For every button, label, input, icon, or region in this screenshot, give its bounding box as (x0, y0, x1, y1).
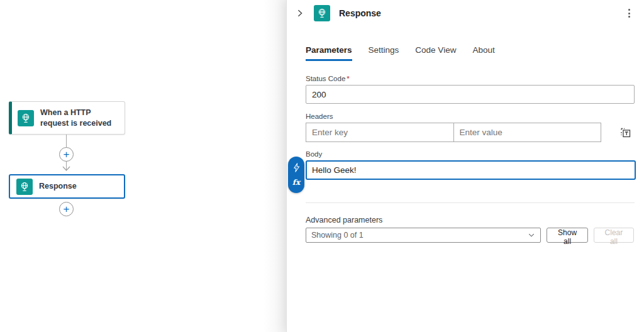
section-divider (306, 202, 635, 203)
advanced-parameters-dropdown[interactable]: Showing 0 of 1 (306, 228, 541, 243)
response-connector-icon (314, 5, 330, 21)
status-code-label-text: Status Code (306, 75, 345, 82)
workflow-canvas[interactable]: When a HTTP request is received + Respon… (0, 0, 287, 332)
body-label: Body (306, 150, 634, 158)
token-picker-pill: fx (288, 157, 304, 193)
action-details-panel: Response Parameters Settings Code View A… (286, 0, 644, 332)
chevron-down-icon (528, 231, 535, 239)
insert-step-button[interactable]: + (59, 147, 74, 162)
status-code-label: Status Code* (306, 75, 634, 82)
headers-text-mode-icon[interactable] (618, 125, 633, 140)
expression-fx-icon[interactable]: fx (290, 176, 303, 189)
body-input[interactable] (306, 160, 636, 180)
headers-label: Headers (306, 113, 634, 120)
status-code-input[interactable] (306, 85, 635, 104)
trigger-card-label: When a HTTP request is received (40, 108, 118, 129)
plus-icon: + (64, 149, 70, 160)
action-card-response[interactable]: Response (9, 174, 125, 199)
dynamic-content-icon[interactable] (290, 162, 303, 174)
headers-key-input[interactable] (306, 123, 453, 141)
headers-key-value-grid (306, 123, 601, 142)
show-all-button[interactable]: Show all (547, 228, 587, 243)
tab-code-view[interactable]: Code View (415, 45, 456, 61)
http-request-connector-icon (18, 110, 34, 126)
clear-all-button[interactable]: Clear all (594, 228, 634, 243)
parameters-form: Status Code* Headers (287, 61, 644, 243)
dropdown-selected-value: Showing 0 of 1 (311, 231, 528, 240)
panel-title: Response (339, 8, 381, 18)
tab-settings[interactable]: Settings (369, 45, 399, 61)
panel-header: Response (287, 0, 644, 26)
trigger-card-http-request[interactable]: When a HTTP request is received (9, 101, 125, 135)
action-card-label: Response (39, 181, 77, 192)
more-options-icon[interactable] (621, 6, 636, 21)
tab-about[interactable]: About (472, 45, 494, 61)
required-asterisk: * (347, 75, 349, 82)
tab-parameters[interactable]: Parameters (306, 45, 352, 61)
connector-arrow-icon (62, 166, 70, 171)
response-connector-icon (16, 179, 33, 195)
collapse-panel-button[interactable] (293, 6, 307, 20)
plus-icon: + (64, 204, 70, 214)
advanced-parameters-label: Advanced parameters (306, 216, 634, 224)
panel-tabs: Parameters Settings Code View About (306, 45, 634, 61)
add-step-button[interactable]: + (59, 202, 74, 216)
headers-value-input[interactable] (454, 123, 601, 141)
